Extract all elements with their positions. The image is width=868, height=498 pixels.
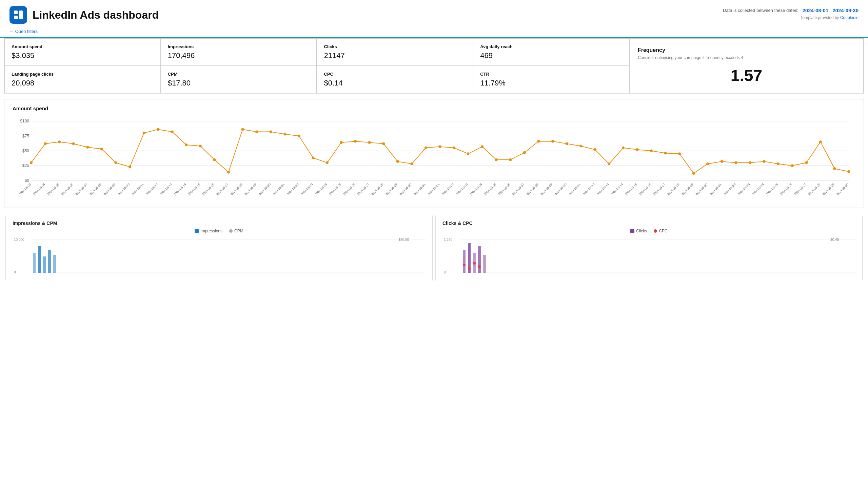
date-start: 2024-08-01 — [803, 8, 829, 13]
svg-point-124 — [763, 160, 765, 163]
svg-text:2024-09-17: 2024-09-17 — [652, 183, 666, 196]
svg-rect-1 — [14, 16, 18, 19]
svg-text:2024-09-11: 2024-09-11 — [568, 183, 582, 196]
svg-point-151 — [468, 267, 471, 270]
svg-text:2024-09-25: 2024-09-25 — [765, 183, 779, 196]
svg-point-118 — [678, 152, 681, 155]
svg-text:2024-08-10: 2024-08-10 — [117, 183, 131, 196]
svg-text:2024-09-04: 2024-09-04 — [469, 183, 483, 196]
svg-rect-2 — [19, 11, 23, 19]
svg-rect-137 — [43, 257, 46, 273]
svg-text:2024-08-07: 2024-08-07 — [75, 183, 88, 196]
svg-text:2024-09-08: 2024-09-08 — [525, 183, 539, 196]
clicks-cpc-legend: Clicks CPC — [442, 228, 855, 233]
impressions-cpm-legend: Impressions CPM — [13, 228, 426, 233]
kpi-cpc: CPC $0.14 — [317, 66, 473, 93]
header: LinkedIn Ads dashboard Data is collected… — [0, 0, 868, 27]
svg-text:$25: $25 — [22, 163, 29, 168]
svg-point-114 — [622, 146, 625, 149]
kpi-amount-spend: Amount spend $3,035 — [4, 38, 161, 66]
cpc-legend-color — [654, 229, 657, 233]
svg-text:2024-08-13: 2024-08-13 — [159, 183, 173, 196]
svg-text:2024-09-03: 2024-09-03 — [455, 183, 469, 196]
svg-text:$50.00: $50.00 — [399, 238, 409, 241]
clicks-legend-item: Clicks — [630, 228, 647, 233]
kpi-ctr: CTR 11.79% — [473, 66, 629, 93]
svg-text:2024-08-31: 2024-08-31 — [413, 183, 427, 196]
amount-spend-chart-section: Amount spend $0$25$50$75$1002024-08-0320… — [4, 99, 864, 208]
svg-point-101 — [439, 145, 441, 148]
svg-text:2024-09-23: 2024-09-23 — [737, 183, 751, 196]
svg-point-87 — [241, 128, 244, 131]
svg-text:2024-08-04: 2024-08-04 — [32, 183, 46, 196]
svg-text:2024-09-02: 2024-09-02 — [441, 183, 455, 196]
date-range-label: Data is collected between these dates: — [723, 8, 799, 13]
svg-point-76 — [86, 146, 89, 148]
svg-point-119 — [692, 172, 695, 175]
svg-text:2024-08-05: 2024-08-05 — [46, 183, 60, 196]
svg-point-93 — [326, 161, 329, 164]
svg-point-111 — [579, 145, 582, 147]
svg-point-92 — [311, 157, 314, 159]
svg-text:$100: $100 — [20, 119, 29, 123]
svg-point-74 — [58, 141, 61, 143]
svg-text:$75: $75 — [22, 134, 29, 139]
svg-text:2024-08-08: 2024-08-08 — [89, 183, 103, 196]
svg-point-122 — [734, 161, 737, 164]
svg-text:2024-09-20: 2024-09-20 — [695, 183, 708, 196]
svg-text:2024-09-26: 2024-09-26 — [779, 183, 793, 196]
svg-point-117 — [664, 152, 667, 155]
impressions-cpm-title: Impressions & CPM — [13, 221, 426, 226]
amount-spend-chart-title: Amount spend — [13, 105, 855, 111]
svg-text:2024-09-06: 2024-09-06 — [497, 183, 511, 196]
svg-text:2024-09-19: 2024-09-19 — [681, 183, 694, 196]
header-right: Data is collected between these dates: 2… — [723, 8, 858, 20]
svg-text:2024-08-06: 2024-08-06 — [61, 183, 74, 196]
svg-text:2024-08-15: 2024-08-15 — [187, 183, 201, 196]
svg-point-130 — [847, 170, 850, 173]
svg-point-85 — [213, 158, 216, 161]
svg-point-109 — [551, 140, 554, 143]
svg-point-121 — [721, 160, 723, 163]
svg-text:2024-08-09: 2024-08-09 — [103, 183, 116, 196]
svg-text:2024-09-18: 2024-09-18 — [667, 183, 680, 196]
svg-text:2024-09-29: 2024-09-29 — [822, 183, 835, 196]
kpi-grid: Amount spend $3,035 Impressions 170,496 … — [4, 38, 864, 94]
svg-text:2024-08-30: 2024-08-30 — [399, 183, 412, 196]
svg-point-95 — [354, 140, 357, 143]
svg-text:2024-09-21: 2024-09-21 — [709, 183, 723, 196]
svg-text:2024-08-24: 2024-08-24 — [314, 183, 328, 196]
svg-text:0: 0 — [14, 270, 16, 274]
svg-point-88 — [255, 131, 258, 133]
logo-icon — [10, 6, 27, 24]
svg-text:2024-08-20: 2024-08-20 — [258, 183, 271, 196]
kpi-avg-daily-reach: Avg daily reach 469 — [473, 38, 629, 66]
svg-point-112 — [594, 148, 597, 151]
svg-text:1,250: 1,250 — [444, 238, 452, 241]
open-filters-link[interactable]: Open filters — [10, 29, 38, 34]
svg-point-103 — [467, 152, 470, 155]
svg-text:2024-08-22: 2024-08-22 — [286, 183, 300, 196]
svg-text:2024-09-28: 2024-09-28 — [807, 183, 821, 196]
svg-text:2024-09-12: 2024-09-12 — [582, 183, 596, 196]
coupler-link[interactable]: Coupler.io — [840, 15, 858, 20]
svg-point-98 — [396, 160, 399, 163]
svg-text:2024-08-25: 2024-08-25 — [328, 183, 342, 196]
template-credit: Template provided by Coupler.io — [801, 15, 858, 20]
clicks-cpc-svg: 1,250 0 $0.40 — [442, 236, 855, 277]
svg-text:2024-08-16: 2024-08-16 — [201, 183, 215, 196]
svg-point-106 — [509, 158, 512, 161]
svg-point-75 — [72, 143, 75, 145]
svg-text:2024-08-29: 2024-08-29 — [385, 183, 398, 196]
header-left: LinkedIn Ads dashboard — [10, 6, 159, 24]
svg-point-150 — [463, 264, 466, 266]
amount-spend-chart-container: $0$25$50$75$1002024-08-032024-08-042024-… — [13, 116, 855, 204]
svg-text:2024-09-13: 2024-09-13 — [596, 183, 610, 196]
svg-text:0: 0 — [444, 270, 446, 274]
svg-point-80 — [143, 132, 145, 134]
svg-rect-139 — [53, 255, 56, 273]
svg-text:2024-09-24: 2024-09-24 — [751, 183, 765, 196]
svg-point-84 — [199, 145, 202, 147]
svg-point-105 — [495, 158, 498, 161]
clicks-legend-color — [630, 229, 635, 233]
